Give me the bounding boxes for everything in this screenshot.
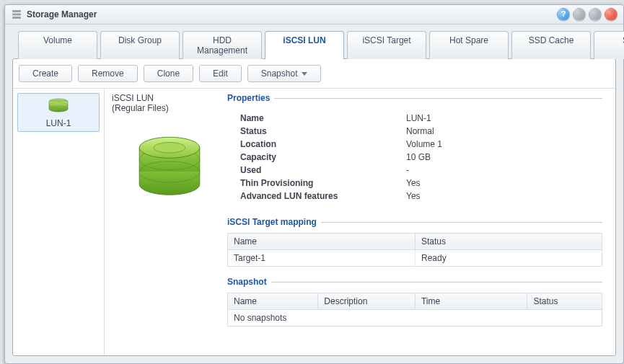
close-button[interactable] <box>605 8 618 21</box>
maximize-button[interactable] <box>589 8 602 21</box>
tab-iscsi-lun[interactable]: iSCSI LUN <box>265 31 344 59</box>
lun-disk-icon <box>47 98 70 115</box>
target-mapping-header: Name Status <box>228 234 602 250</box>
tab-iscsi-target[interactable]: iSCSI Target <box>347 31 426 59</box>
prop-value: - <box>406 165 602 175</box>
detail-sections: Properties Name LUN-1 Status Normal <box>227 93 602 351</box>
prop-key: Location <box>240 139 406 149</box>
detail-big-icon-wrap <box>112 132 227 206</box>
help-button[interactable]: ? <box>557 8 570 21</box>
snapshot-section: Snapshot Name Description Time Status No… <box>227 277 602 327</box>
col-time[interactable]: Time <box>415 293 527 309</box>
tab-volume[interactable]: Volume <box>18 31 97 59</box>
window-title: Storage Manager <box>27 9 557 19</box>
prop-key: Used <box>240 165 406 175</box>
col-name[interactable]: Name <box>228 293 317 309</box>
snapshot-header: Name Description Time Status <box>228 293 602 310</box>
prop-row-location: Location Volume 1 <box>240 138 602 151</box>
snapshot-button-label: Snapshot <box>261 68 298 79</box>
toolbar: Create Remove Clone Edit Snapshot <box>13 59 615 88</box>
clone-button[interactable]: Clone <box>144 65 193 82</box>
target-mapping-table: Name Status Target-1 Ready <box>227 233 602 267</box>
cell-status: Ready <box>415 250 602 266</box>
prop-row-name: Name LUN-1 <box>240 112 602 125</box>
window-body: Volume Disk Group HDD Management iSCSI L… <box>5 25 623 363</box>
properties-table: Name LUN-1 Status Normal Location Volume… <box>240 112 602 203</box>
prop-key: Capacity <box>240 152 406 162</box>
prop-key: Status <box>240 126 406 136</box>
snapshot-table: Name Description Time Status No snapshot… <box>227 293 602 327</box>
detail-summary: iSCSI LUN (Regular Files) <box>112 93 227 351</box>
prop-key: Name <box>240 113 406 123</box>
tab-hdd-management[interactable]: HDD Management <box>183 31 262 59</box>
svg-rect-0 <box>12 10 21 12</box>
target-mapping-legend: iSCSI Target mapping <box>227 217 321 227</box>
cell-name: Target-1 <box>228 250 415 266</box>
svg-point-9 <box>154 143 185 154</box>
prop-value: Yes <box>406 178 602 188</box>
prop-value: 10 GB <box>406 152 602 162</box>
chevron-down-icon <box>302 72 307 76</box>
tab-ssd-cache[interactable]: SSD Cache <box>511 31 591 59</box>
properties-section: Properties Name LUN-1 Status Normal <box>227 93 602 207</box>
svg-rect-2 <box>12 17 21 19</box>
table-empty-row: No snapshots <box>228 310 602 326</box>
tab-disk-group[interactable]: Disk Group <box>100 31 180 59</box>
properties-legend: Properties <box>227 93 274 103</box>
window-controls: ? <box>557 8 618 21</box>
lun-list-sidebar: LUN-1 <box>13 89 105 355</box>
remove-button[interactable]: Remove <box>78 65 138 82</box>
tab-strip: Volume Disk Group HDD Management iSCSI L… <box>12 30 616 58</box>
tab-panel: Create Remove Clone Edit Snapshot <box>12 58 616 356</box>
prop-value: LUN-1 <box>406 113 602 123</box>
tab-hot-spare[interactable]: Hot Spare <box>429 31 509 59</box>
col-status[interactable]: Status <box>415 234 602 249</box>
create-button[interactable]: Create <box>19 65 72 82</box>
lun-list-item-label: LUN-1 <box>46 118 71 128</box>
col-description[interactable]: Description <box>317 293 415 309</box>
detail-heading: iSCSI LUN <box>112 93 227 103</box>
prop-row-status: Status Normal <box>240 125 602 138</box>
prop-row-advanced-lun: Advanced LUN features Yes <box>240 190 602 203</box>
empty-text: No snapshots <box>228 310 602 326</box>
prop-value: Yes <box>406 191 602 201</box>
titlebar[interactable]: Storage Manager ? <box>5 5 623 25</box>
snapshot-dropdown-button[interactable]: Snapshot <box>247 65 322 82</box>
prop-value: Normal <box>406 126 602 136</box>
detail-subheading: (Regular Files) <box>112 103 227 113</box>
lun-list-item[interactable]: LUN-1 <box>17 93 100 132</box>
minimize-button[interactable] <box>573 8 586 21</box>
prop-row-capacity: Capacity 10 GB <box>240 151 602 164</box>
prop-row-used: Used - <box>240 164 602 177</box>
prop-value: Volume 1 <box>406 139 602 149</box>
lun-disk-large-icon <box>130 132 209 206</box>
tab-swap[interactable]: Swap <box>594 31 624 59</box>
col-status[interactable]: Status <box>527 293 602 309</box>
svg-rect-1 <box>12 14 21 16</box>
storage-manager-app-icon <box>11 9 22 20</box>
prop-key: Advanced LUN features <box>240 191 406 201</box>
detail-pane: iSCSI LUN (Regular Files) <box>105 89 615 355</box>
target-mapping-section: iSCSI Target mapping Name Status Target-… <box>227 217 602 267</box>
storage-manager-window: Storage Manager ? Volume Disk Group HDD … <box>4 4 624 364</box>
col-name[interactable]: Name <box>228 234 415 249</box>
content-area: LUN-1 iSCSI LUN (Regular Files) <box>13 88 615 355</box>
table-row[interactable]: Target-1 Ready <box>228 250 602 266</box>
prop-key: Thin Provisioning <box>240 178 406 188</box>
snapshot-legend: Snapshot <box>227 277 271 287</box>
edit-button[interactable]: Edit <box>199 65 242 82</box>
prop-row-thin-provisioning: Thin Provisioning Yes <box>240 177 602 190</box>
